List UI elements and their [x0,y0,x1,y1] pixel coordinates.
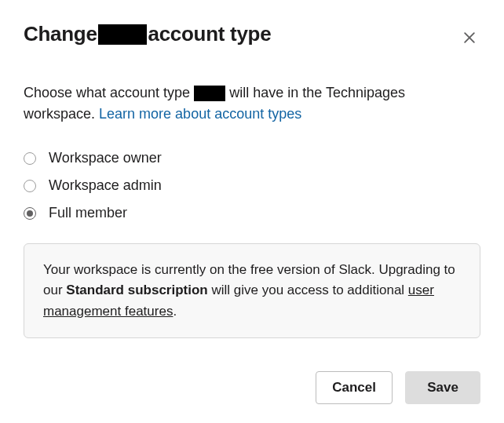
radio-icon [24,207,36,220]
radio-icon [24,152,36,165]
close-button[interactable] [458,27,480,51]
upgrade-info-box: Your workspace is currently on the free … [24,243,480,338]
radio-full-member[interactable]: Full member [24,205,480,221]
radio-icon [24,180,36,192]
info-text: will give you access to additional [208,283,408,297]
description-prefix: Choose what account type [24,85,190,100]
info-bold: Standard subscription [66,283,207,297]
dialog-title: Change account type [24,22,271,46]
redacted-name-title [98,24,147,45]
close-icon [462,36,477,48]
title-suffix: account type [148,22,272,46]
save-button[interactable]: Save [405,371,480,404]
radio-workspace-owner[interactable]: Workspace owner [24,150,480,166]
dialog-description: Choose what account type will have in th… [24,82,480,125]
radio-workspace-admin[interactable]: Workspace admin [24,177,480,194]
radio-label: Workspace owner [49,150,162,166]
info-text: . [173,304,177,319]
dialog-footer: Cancel Save [316,371,480,404]
radio-label: Workspace admin [49,177,162,194]
redacted-name-body [194,86,225,101]
cancel-button[interactable]: Cancel [316,371,393,404]
account-type-radio-group: Workspace owner Workspace admin Full mem… [24,150,480,221]
title-prefix: Change [24,22,97,46]
learn-more-link[interactable]: Learn more about account types [99,106,301,122]
radio-label: Full member [49,205,127,221]
